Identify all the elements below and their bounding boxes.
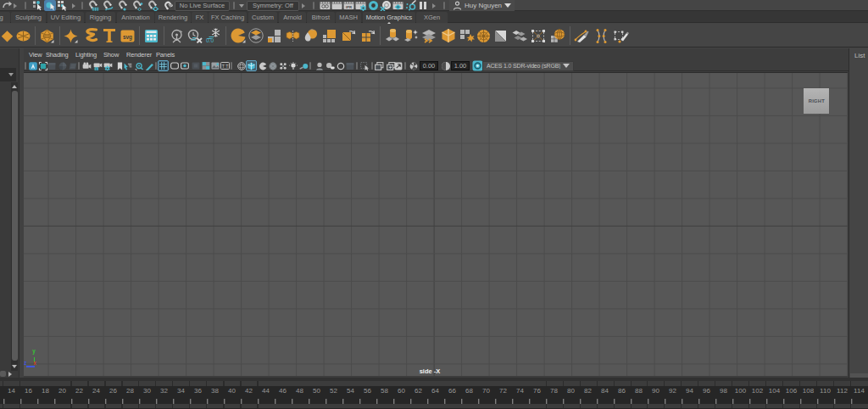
user-account-menu[interactable]: Huy Nguyen <box>449 0 515 11</box>
detach-panel-icon[interactable] <box>392 60 403 71</box>
cylinder-floor-icon[interactable] <box>385 24 400 48</box>
shelf-tab-rendering[interactable]: Rendering <box>155 12 191 23</box>
shelf-tab-mash[interactable]: MASH <box>336 12 361 23</box>
shelf-tab-motion-graphics[interactable]: Motion Graphics <box>363 12 415 23</box>
ipr-render-icon[interactable]: IPR <box>343 0 354 11</box>
layers-icon[interactable] <box>374 60 385 71</box>
expand-chevron-icon[interactable] <box>14 0 17 11</box>
pause-icon[interactable] <box>419 0 427 11</box>
time-slider[interactable]: 1416182022242628303234363840424446485052… <box>0 378 868 409</box>
mash-type-icon[interactable] <box>103 24 116 48</box>
camera-settings-icon[interactable] <box>103 60 114 71</box>
lighting-icon[interactable] <box>287 60 298 71</box>
isolate-select-icon[interactable] <box>359 60 370 71</box>
curve-nodes-icon[interactable] <box>594 24 609 48</box>
stack-icon[interactable] <box>248 24 264 48</box>
globe-grid-icon[interactable] <box>550 24 565 48</box>
select-hierarchy-icon[interactable] <box>32 0 43 11</box>
symmetry-field[interactable]: Symmetry: Off <box>247 1 299 11</box>
list-menu[interactable]: List <box>854 52 865 59</box>
snap-to-curves-icon[interactable] <box>103 0 114 11</box>
gamma-field[interactable]: 1.00 <box>451 61 470 70</box>
explode-icon[interactable] <box>459 24 475 48</box>
shelf-tab-custom[interactable]: Custom <box>248 12 277 23</box>
default-material-icon[interactable] <box>246 60 257 71</box>
panel-menu-view[interactable]: View <box>29 48 42 60</box>
scroll-right-button[interactable] <box>7 371 14 378</box>
shelf-tab-uv-editing[interactable]: UV Editing <box>47 12 84 23</box>
delete-history-icon[interactable] <box>186 24 203 48</box>
lattice-box-icon[interactable] <box>531 24 546 48</box>
render-settings-icon[interactable] <box>355 0 366 11</box>
snap-to-view-planes-icon[interactable] <box>147 0 159 11</box>
shelf-tab-sculpting[interactable]: Sculpting <box>11 12 46 23</box>
texture-view-icon[interactable]: T T <box>220 60 231 71</box>
isolate-sphere-icon[interactable] <box>314 60 325 71</box>
exposure-field[interactable]: 0.00 <box>420 61 438 70</box>
grid-array-icon[interactable] <box>322 24 337 48</box>
disabled-square2-icon[interactable] <box>344 60 355 71</box>
outliner-hscrollbar-thumb[interactable] <box>0 371 6 377</box>
transform-boxes-icon[interactable] <box>285 24 300 48</box>
freeze-transform-icon[interactable]: 0.0 <box>205 24 221 48</box>
select-component-icon[interactable] <box>57 0 68 11</box>
diagonal-plane-icon[interactable] <box>493 24 508 48</box>
pencil-box-icon[interactable] <box>614 24 629 48</box>
shelf-tab-rigging[interactable]: Rigging <box>86 12 115 23</box>
disabled-plane-icon[interactable] <box>67 60 78 71</box>
mash-curve-icon[interactable] <box>81 24 99 48</box>
mash-star-icon[interactable] <box>64 24 78 48</box>
hypershade-icon[interactable] <box>368 0 379 11</box>
camera-icon[interactable] <box>81 60 92 71</box>
mash-sphere-icon[interactable] <box>15 24 31 48</box>
lookdev-icon[interactable] <box>380 0 392 11</box>
exposure-icon[interactable] <box>408 60 419 71</box>
rotate-grid-icon[interactable] <box>360 24 376 48</box>
mash-svg-icon[interactable]: svg <box>120 24 135 48</box>
pan-zoom-icon[interactable] <box>122 60 133 71</box>
cached-playback-icon[interactable] <box>405 0 417 11</box>
textured-mode-icon[interactable] <box>179 60 190 71</box>
mash-network-icon[interactable] <box>0 24 14 48</box>
live-surface-field[interactable]: No Live Surface <box>175 1 230 11</box>
motion-trail-icon[interactable] <box>298 60 309 71</box>
outliner-menu-stub[interactable] <box>0 68 16 81</box>
shelf-tab-animation[interactable]: Animation <box>117 12 154 23</box>
grease-pencil-icon[interactable] <box>144 60 155 71</box>
falloff-icon[interactable] <box>231 24 246 48</box>
shelf-tab-arnold[interactable]: Arnold <box>279 12 306 23</box>
panel-menu-panels[interactable]: Panels <box>156 48 175 60</box>
dropdown-arrow-icon[interactable] <box>239 0 244 11</box>
undo-arrow-icon[interactable] <box>2 0 13 11</box>
viewport[interactable]: RIGHT side -X y z x <box>24 72 848 376</box>
snap-to-projected-center-icon[interactable] <box>132 0 143 11</box>
rotate-square-icon[interactable] <box>341 24 356 48</box>
gamma-icon[interactable] <box>441 60 451 71</box>
mash-platonic-icon[interactable] <box>40 24 54 48</box>
shelf-tab-fx[interactable]: FX <box>192 12 208 23</box>
grid-distribute-icon[interactable] <box>267 24 281 48</box>
scroll-up-button[interactable] <box>11 83 18 90</box>
shelf-tab-bifrost[interactable]: Bifrost <box>307 12 335 23</box>
turntable-icon[interactable] <box>170 24 184 48</box>
snap-to-points-icon[interactable] <box>118 0 129 11</box>
wheel-icon[interactable] <box>476 24 491 48</box>
shelf-tab-xgen[interactable]: XGen <box>416 12 448 23</box>
shelf-tab-poly-modeling[interactable]: Poly Modeling <box>0 12 10 23</box>
mash-editor-icon[interactable] <box>144 24 159 48</box>
view-transform-dropdown[interactable]: ACES 1.0 SDR-video (sRGB) <box>482 61 574 71</box>
cube-icon[interactable] <box>441 24 456 48</box>
plane-stack-icon[interactable] <box>421 24 437 48</box>
expand-chevron-icon[interactable] <box>302 0 305 11</box>
snap-to-grids-icon[interactable] <box>88 0 99 11</box>
disabled-square-icon[interactable] <box>46 60 57 71</box>
panel-menu-shading[interactable]: Shading <box>46 48 68 60</box>
panel-menu-show[interactable]: Show <box>103 48 119 60</box>
select-object-icon[interactable] <box>44 0 56 11</box>
cylinder-sparkle-icon[interactable] <box>403 24 419 48</box>
knife-curve-icon[interactable] <box>574 24 590 48</box>
expand-chevron-icon[interactable] <box>72 0 75 11</box>
wireframe-mode-icon[interactable] <box>158 60 169 71</box>
outliner-vscrollbar-thumb[interactable] <box>12 91 18 361</box>
render-view-icon[interactable] <box>320 0 331 11</box>
